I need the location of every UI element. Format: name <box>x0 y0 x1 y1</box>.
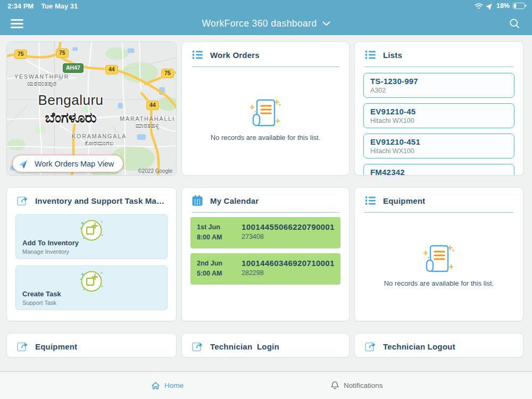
wifi-icon <box>475 3 483 9</box>
list-icon <box>192 49 203 61</box>
nav-home[interactable]: Home <box>151 372 184 399</box>
tile-title: Create Task <box>22 290 61 298</box>
equipment-empty-state: No records are available for this list. <box>355 213 523 321</box>
list-icon <box>364 49 376 61</box>
nav-notifications[interactable]: Notifications <box>330 372 383 399</box>
map-label-marathahalli: MARATHAHALLI ಮಾರತಹಳ್ಳಿ <box>120 115 175 129</box>
list-icon <box>364 195 376 206</box>
list-item-title: TS-1230-997 <box>370 77 508 86</box>
route-badge: 44 <box>105 65 118 74</box>
chevron-down-icon <box>322 21 330 26</box>
map-label-bengaluru: Bengaluru ಬೆಂಗಳೂರು <box>18 92 124 126</box>
card-title: Equipment <box>383 196 425 205</box>
tile-subtitle: Manage Inventory <box>22 248 69 255</box>
status-bar: 2:34 PM Tue May 31 18% <box>0 0 532 12</box>
battery-percent: 18% <box>496 2 510 10</box>
equipment-card: Equipment No records are <box>354 187 523 321</box>
event-date: 1st Jun <box>197 222 230 232</box>
status-date: Tue May 31 <box>41 2 78 10</box>
calendar-event[interactable]: 1st Jun 8:00 AM 10014455066220790001 273… <box>190 217 340 248</box>
list-item-title: EV91210-451 <box>370 137 508 146</box>
inventory-tiles: Add To Inventory Manage Inventory Create… <box>7 212 176 318</box>
equipment-link-card[interactable]: Equipment <box>6 333 177 358</box>
top-bar: 2:34 PM Tue May 31 18% <box>0 0 532 35</box>
route-badge: 75 <box>56 48 69 58</box>
list-item[interactable]: TS-1230-997 A302 <box>363 73 514 98</box>
work-orders-empty-state: No records are available for this list. <box>182 67 349 175</box>
route-badge: AH47 <box>63 63 84 73</box>
work-orders-card: Work Orders No records a <box>181 41 350 176</box>
dashboard-title-dropdown[interactable]: WorkForce 360 dashboard <box>0 12 532 35</box>
navigation-icon <box>18 158 30 170</box>
clock: 2:34 PM <box>7 2 34 10</box>
event-date: 2nd Jun <box>197 259 230 269</box>
tile-title: Add To Inventory <box>22 239 79 247</box>
calendar-events: 1st Jun 8:00 AM 10014455066220790001 273… <box>182 213 349 289</box>
empty-records-icon <box>423 244 454 276</box>
location-arrow-icon <box>486 3 493 10</box>
lists-items: TS-1230-997 A302 EV91210-45 Hitachi WX10… <box>355 67 523 176</box>
list-item-title: FM42342 <box>370 168 508 176</box>
card-title: Work Orders <box>210 51 260 60</box>
work-orders-header[interactable]: Work Orders <box>182 42 349 66</box>
map-attribution: ©2022 Google <box>138 168 172 174</box>
calendar-header[interactable]: My Calendar <box>182 188 349 212</box>
lists-card: Lists TS-1230-997 A302 EV91210-45 Hitach… <box>354 41 523 176</box>
map-label-yeswanthpur: YESWANTHPUR ಯಶವಂತಪುರ <box>14 73 69 87</box>
empty-state-text: No records are available for this list. <box>211 134 321 142</box>
lists-header[interactable]: Lists <box>355 42 523 66</box>
share-icon <box>192 340 203 352</box>
list-item-title: EV91210-45 <box>370 107 508 116</box>
share-icon <box>16 340 28 352</box>
add-to-inventory-tile[interactable]: Add To Inventory Manage Inventory <box>15 214 168 259</box>
calendar-event[interactable]: 2nd Jun 5:00 AM 10014460346920710001 282… <box>190 253 340 285</box>
search-button[interactable] <box>509 18 520 30</box>
event-id: 10014455066220790001 <box>242 222 335 231</box>
work-orders-map-view-button[interactable]: Work Orders Map View <box>12 155 123 172</box>
event-ref: 273408 <box>242 233 335 240</box>
map-card[interactable]: 75 75 AH47 44 75 44 YESWANTHPUR ಯಶವಂತಪುರ… <box>6 41 177 176</box>
inventory-header[interactable]: Inventory and Support Task Managem... <box>7 188 176 212</box>
create-task-tile[interactable]: Create Task Support Task <box>15 265 168 310</box>
event-ref: 282298 <box>242 269 335 277</box>
bell-icon <box>330 380 340 390</box>
nav-notifications-label: Notifications <box>344 381 383 389</box>
share-icon <box>364 340 376 352</box>
list-item[interactable]: FM42342 VN4679 <box>363 164 514 176</box>
event-time: 5:00 AM <box>197 269 230 279</box>
app-header: WorkForce 360 dashboard <box>0 12 532 35</box>
technician-logout-card[interactable]: Technician Logout <box>354 333 523 358</box>
empty-state-text: No records are available for this list. <box>384 279 494 287</box>
route-badge: 75 <box>161 69 174 78</box>
search-icon <box>509 18 520 29</box>
event-time: 8:00 AM <box>197 232 230 243</box>
card-title: Technician Login <box>210 342 279 351</box>
share-icon <box>16 195 28 206</box>
card-title: Inventory and Support Task Managem... <box>35 196 167 205</box>
card-title: Technician Logout <box>383 342 455 351</box>
workforce-dashboard-app: 2:34 PM Tue May 31 18% <box>0 0 532 399</box>
page-title: WorkForce 360 dashboard <box>202 18 317 29</box>
dashboard-grid: 75 75 AH47 44 75 44 YESWANTHPUR ಯಶವಂತಪುರ… <box>0 35 532 371</box>
calendar-icon <box>192 195 203 206</box>
bottom-nav: Home Notifications <box>0 371 532 399</box>
event-datetime: 2nd Jun 5:00 AM <box>197 259 230 279</box>
list-item[interactable]: EV91210-451 Hitachi WX100 <box>363 134 514 159</box>
home-icon <box>151 380 161 390</box>
list-item-subtitle: A302 <box>370 87 508 94</box>
inventory-support-card: Inventory and Support Task Managem... Ad… <box>6 187 177 321</box>
card-title: My Calendar <box>210 196 259 205</box>
list-item-subtitle: Hitachi WX100 <box>370 147 508 155</box>
event-id: 10014460346920710001 <box>242 259 335 268</box>
nav-home-label: Home <box>164 381 184 389</box>
add-circle-icon <box>79 269 104 294</box>
card-title: Equipment <box>35 342 77 351</box>
map-label-koramangala: KORAMANGALA ಕೋರಮಂಗಲ <box>72 133 127 147</box>
empty-records-icon <box>250 98 281 130</box>
add-circle-icon <box>79 218 104 243</box>
battery-icon <box>513 3 527 9</box>
technician-login-card[interactable]: Technician Login <box>181 333 350 358</box>
equipment-header[interactable]: Equipment <box>355 188 523 212</box>
tile-subtitle: Support Task <box>22 300 56 306</box>
list-item[interactable]: EV91210-45 Hitachi WX100 <box>363 103 514 128</box>
